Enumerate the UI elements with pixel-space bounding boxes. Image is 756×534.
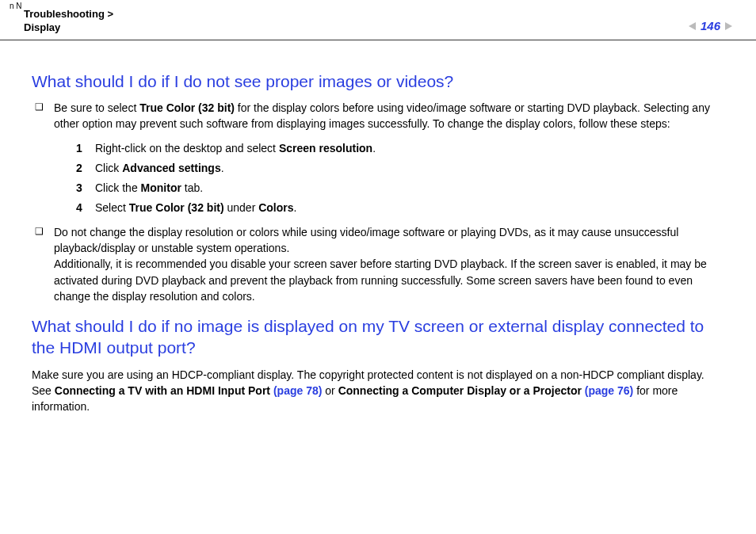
text: . xyxy=(294,201,297,214)
bullet-list-1: Be sure to select True Color (32 bit) fo… xyxy=(32,100,724,304)
bold-text: Screen resolution xyxy=(279,142,372,154)
page-marker: n N xyxy=(10,2,22,10)
next-page-icon[interactable] xyxy=(725,22,732,30)
text: tab. xyxy=(181,181,203,194)
paragraph: Make sure you are using an HDCP-complian… xyxy=(32,367,724,415)
breadcrumb-top: Troubleshooting > xyxy=(24,8,113,21)
list-item: Select True Color (32 bit) under Colors. xyxy=(76,200,724,216)
bold-text: Monitor xyxy=(141,181,181,194)
cross-ref-title: Connecting a TV with an HDMI Input Port xyxy=(55,384,270,397)
text: Select xyxy=(95,201,129,214)
list-item: Right-click on the desktop and select Sc… xyxy=(76,140,724,157)
text: under xyxy=(224,201,259,214)
cross-ref-page[interactable]: (page 78) xyxy=(270,384,322,397)
text: Right-click on the desktop and select xyxy=(95,142,279,154)
text: Additionally, it is recommended you disa… xyxy=(54,257,707,303)
text: or xyxy=(322,384,338,397)
bold-text: True Color (32 bit) xyxy=(139,101,235,114)
cross-ref-page[interactable]: (page 76) xyxy=(582,384,633,397)
bold-text: Advanced settings xyxy=(122,162,220,174)
cross-ref-title: Connecting a Computer Display or a Proje… xyxy=(338,384,582,397)
list-item: Be sure to select True Color (32 bit) fo… xyxy=(32,100,724,216)
question-2-heading: What should I do if no image is displaye… xyxy=(32,315,724,359)
ordered-steps: Right-click on the desktop and select Sc… xyxy=(76,140,724,216)
text: . xyxy=(221,162,224,174)
list-item: Do not change the display resolution or … xyxy=(32,224,724,304)
page-number: 146 xyxy=(699,19,722,32)
page-header: Troubleshooting > Display 146 xyxy=(0,0,756,40)
page-navigator: 146 xyxy=(689,19,732,32)
text: Be sure to select xyxy=(54,101,139,114)
text: Do not change the display resolution or … xyxy=(54,226,678,254)
prev-page-icon[interactable] xyxy=(689,22,696,30)
bold-text: Colors xyxy=(258,201,293,214)
bold-text: True Color (32 bit) xyxy=(129,201,224,214)
page-content: What should I do if I do not see proper … xyxy=(0,40,756,415)
breadcrumb-sub: Display xyxy=(24,21,113,35)
text: . xyxy=(372,142,376,154)
list-item: Click Advanced settings. xyxy=(76,160,724,177)
breadcrumb: Troubleshooting > Display xyxy=(24,8,113,35)
text: Click the xyxy=(95,181,141,194)
question-1-heading: What should I do if I do not see proper … xyxy=(32,71,724,92)
list-item: Click the Monitor tab. xyxy=(76,180,724,196)
text: Click xyxy=(95,162,122,174)
